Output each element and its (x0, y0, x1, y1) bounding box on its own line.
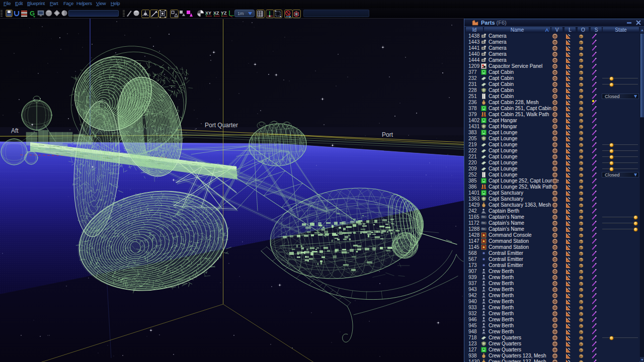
svg-text:Nm: Nm (482, 228, 486, 230)
svg-text:Port: Port (382, 131, 393, 138)
svg-text:Nm: Nm (482, 216, 486, 218)
svg-text:Aft: Aft (11, 127, 19, 134)
svg-text:G: G (30, 10, 35, 17)
svg-text:Port Quarter: Port Quarter (205, 122, 238, 129)
svg-text:Nm: Nm (482, 222, 486, 224)
